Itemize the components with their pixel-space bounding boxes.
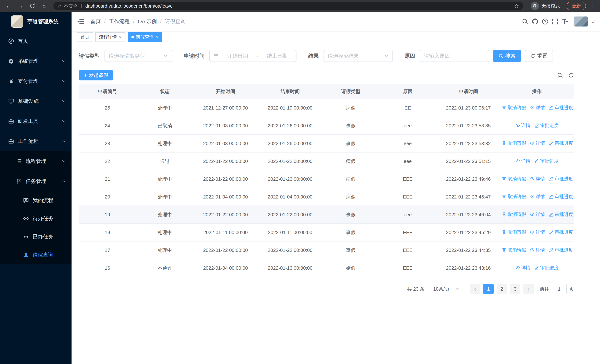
detail-link[interactable]: 详情 <box>530 176 545 182</box>
toggle-search-icon[interactable] <box>557 72 563 78</box>
detail-link[interactable]: 详情 <box>515 122 531 129</box>
sidebar-item-process-mgmt[interactable]: 流程管理 <box>0 151 72 171</box>
sidebar-item-done-tasks[interactable]: 已办任务 <box>0 228 72 246</box>
cancel-leave-link[interactable]: 取消请假 <box>502 211 526 217</box>
detail-link[interactable]: 详情 <box>515 265 531 271</box>
sidebar-item-workflow[interactable]: 工作流程 <box>0 131 72 151</box>
collapse-sidebar-icon[interactable] <box>77 18 84 25</box>
detail-link[interactable]: 详情 <box>530 247 545 253</box>
cancel-leave-link[interactable]: 取消请假 <box>502 247 526 253</box>
next-page-button[interactable]: › <box>523 284 534 294</box>
sidebar-item-leave-query[interactable]: 请假查询 <box>0 246 72 264</box>
breadcrumb-item[interactable]: 首页 <box>90 18 101 25</box>
cell-id: 24 <box>79 117 136 135</box>
cell-end-time: 2022-01-22 00:00:00 <box>257 206 323 224</box>
progress-link[interactable]: 审批进度 <box>534 265 559 271</box>
back-icon[interactable]: ← <box>3 1 14 11</box>
page-size-select[interactable]: 10条/页 <box>430 284 463 294</box>
detail-link[interactable]: 详情 <box>530 211 545 217</box>
progress-link[interactable]: 审批进度 <box>549 194 573 200</box>
detail-link[interactable]: 详情 <box>515 158 531 164</box>
sidebar-item-task-mgmt[interactable]: 任务管理 <box>0 171 72 191</box>
detail-link[interactable]: 详情 <box>530 140 545 146</box>
chevron-down-icon <box>62 119 66 123</box>
leave-type-select[interactable]: 请选择请假类型 <box>104 50 172 62</box>
sidebar-item-home[interactable]: 首页 <box>0 31 72 51</box>
search-button[interactable]: 搜索 <box>493 50 521 62</box>
browser-menu-icon[interactable]: ⋮ <box>589 3 597 9</box>
progress-link[interactable]: 审批进度 <box>549 211 573 217</box>
tab-close-icon[interactable]: × <box>156 35 159 39</box>
cancel-leave-link[interactable]: 取消请假 <box>502 229 526 235</box>
reason-input[interactable] <box>420 50 489 62</box>
sidebar-item-payment[interactable]: 支付管理 <box>0 71 72 91</box>
tab-home[interactable]: 首页 <box>77 32 93 42</box>
user-avatar[interactable] <box>574 17 588 27</box>
page-button-1[interactable]: 1 <box>483 284 494 294</box>
logo-avatar <box>11 15 23 28</box>
progress-link[interactable]: 审批进度 <box>534 122 559 129</box>
update-button[interactable]: 更新 <box>567 2 586 10</box>
create-leave-button[interactable]: + 发起请假 <box>79 70 113 80</box>
breadcrumb-item[interactable]: OA 示例 <box>138 18 157 25</box>
result-select[interactable]: 请选择流结果 <box>324 50 393 62</box>
cancel-leave-link[interactable]: 取消请假 <box>502 194 526 200</box>
cancel-leave-link[interactable]: 取消请假 <box>502 176 526 182</box>
trash-icon <box>502 194 506 199</box>
cell-leave-type: 病假 <box>323 170 378 188</box>
detail-link[interactable]: 详情 <box>530 194 545 200</box>
progress-link[interactable]: 审批进度 <box>549 140 573 146</box>
chevron-down-icon <box>62 79 66 84</box>
sidebar-item-label: 请假查询 <box>33 251 53 258</box>
user-menu-caret-icon[interactable]: ▼ <box>591 21 594 24</box>
tab-close-icon[interactable]: × <box>119 35 122 39</box>
prev-page-button[interactable]: ‹ <box>470 284 480 294</box>
cancel-leave-link[interactable]: 取消请假 <box>502 104 526 111</box>
reload-icon[interactable] <box>27 1 38 11</box>
home-icon[interactable]: ⌂ <box>38 1 50 11</box>
progress-link[interactable]: 审批进度 <box>549 176 573 182</box>
progress-link[interactable]: 审批进度 <box>549 104 573 111</box>
search-icon[interactable] <box>522 18 528 25</box>
end-date-placeholder[interactable]: 结束日期 <box>262 52 292 59</box>
sidebar-item-devtools[interactable]: 研发工具 <box>0 111 72 131</box>
page-button-3[interactable]: 3 <box>510 284 520 294</box>
apply-time-range-picker[interactable]: 开始日期 - 结束日期 <box>209 50 297 62</box>
github-icon[interactable] <box>532 18 538 25</box>
not-secure-label[interactable]: 不安全 <box>64 3 78 9</box>
tab-process-detail[interactable]: 流程详情× <box>95 32 125 42</box>
forward-icon[interactable]: → <box>15 1 26 11</box>
progress-link[interactable]: 审批进度 <box>549 247 573 253</box>
trash-icon <box>502 176 506 181</box>
progress-link[interactable]: 审批进度 <box>534 158 559 164</box>
leave-type-label: 请假类型 <box>79 52 100 59</box>
detail-link[interactable]: 详情 <box>530 229 545 235</box>
cell-actions: 详情审批进度 <box>500 259 574 277</box>
url-text[interactable]: dashboard.yudao.iocoder.cn/bpm/oa/leave <box>85 3 511 9</box>
cancel-leave-link[interactable]: 取消请假 <box>502 140 526 146</box>
detail-link[interactable]: 详情 <box>530 104 545 111</box>
progress-link[interactable]: 审批进度 <box>549 229 573 235</box>
cell-start-time: 2022-01-04 00:00:00 <box>194 188 257 206</box>
sidebar-item-todo-tasks[interactable]: 待办任务 <box>0 209 72 228</box>
scissors-icon <box>23 234 29 240</box>
reset-button[interactable]: 重置 <box>525 50 553 62</box>
cell-apply-time: 2022-01-22 23:49:46 <box>437 170 500 188</box>
logo[interactable]: 芋道管理系统 <box>0 12 72 31</box>
font-size-icon[interactable] <box>562 18 569 25</box>
tab-leave-query[interactable]: 请假查询× <box>128 32 162 42</box>
fullscreen-icon[interactable] <box>552 18 559 25</box>
bookmark-star-icon[interactable]: ☆ <box>514 3 519 9</box>
table-refresh-icon[interactable] <box>568 72 574 78</box>
breadcrumb-item[interactable]: 工作流程 <box>109 18 130 25</box>
help-icon[interactable] <box>542 18 548 25</box>
sidebar-item-my-process[interactable]: 我的流程 <box>0 191 72 209</box>
address-bar[interactable]: ⚠ 不安全 dashboard.yudao.iocoder.cn/bpm/oa/… <box>53 2 523 10</box>
sidebar-item-label: 我的流程 <box>33 197 53 204</box>
start-date-placeholder[interactable]: 开始日期 <box>222 52 253 59</box>
page-button-2[interactable]: 2 <box>497 284 507 294</box>
sidebar-item-infrastructure[interactable]: 基础设施 <box>0 91 72 111</box>
breadcrumb-item[interactable]: 请假查询 <box>165 18 186 25</box>
goto-page-input[interactable] <box>552 284 567 294</box>
sidebar-item-system[interactable]: 系统管理 <box>0 51 72 71</box>
